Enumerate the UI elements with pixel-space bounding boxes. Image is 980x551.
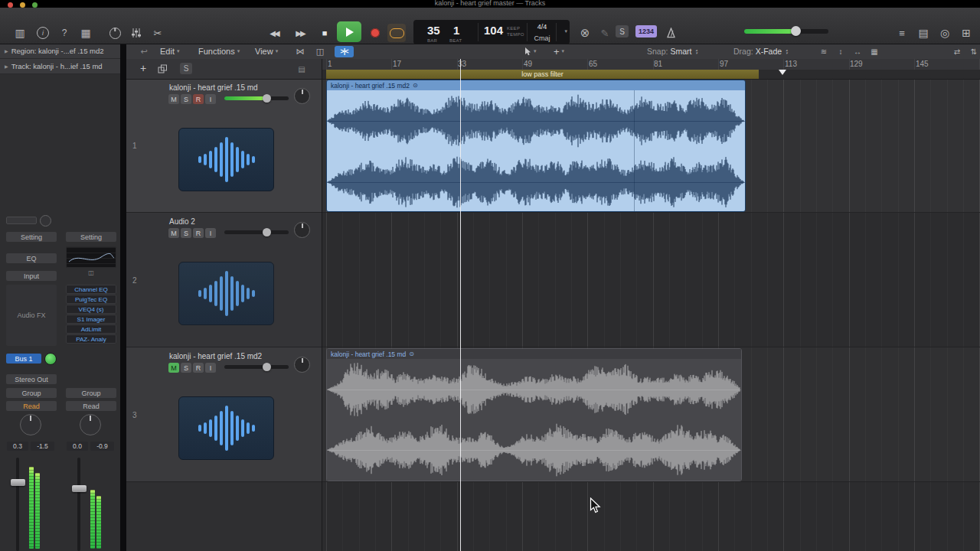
solo-button[interactable]: S — [181, 363, 191, 373]
solo-mode-button[interactable]: S — [616, 25, 629, 37]
mute-button[interactable]: M — [168, 363, 179, 373]
region-header[interactable]: kalonji - heart grief .15 md ⊙ — [327, 349, 741, 359]
master-volume-knob[interactable] — [791, 26, 801, 36]
record-enable-button[interactable]: R — [193, 228, 204, 238]
track-volume-slider[interactable] — [224, 365, 289, 369]
track-name[interactable]: kalonji - heart grief .15 md2 — [169, 352, 262, 360]
pan-value[interactable]: 0.3 — [7, 442, 28, 451]
apple-loops-button[interactable]: ◎ — [936, 24, 954, 42]
playhead-handle[interactable] — [779, 70, 786, 75]
vertical-auto-zoom-icon[interactable]: ↕ — [834, 45, 848, 57]
input-monitor-button[interactable]: I — [205, 94, 216, 104]
pointer-tool-menu[interactable]: ▾ — [524, 44, 537, 59]
send-level-knob[interactable] — [44, 353, 57, 365]
eq-thumbnail[interactable] — [66, 246, 116, 268]
lcd-chevron-icon[interactable]: ▾ — [564, 28, 567, 34]
horizontal-auto-zoom-icon[interactable]: ↔ — [851, 45, 864, 57]
mixer-button[interactable] — [127, 24, 145, 42]
list-editors-button[interactable]: ≡ — [893, 24, 911, 42]
note-pads-button[interactable]: ▤ — [914, 24, 933, 42]
track-pan-knob[interactable] — [294, 222, 310, 238]
volume-value[interactable]: -0.9 — [90, 442, 114, 451]
automation-mode-button[interactable]: Read — [6, 401, 57, 411]
record-button[interactable] — [366, 24, 384, 42]
midi-fx-slot-icon[interactable]: ◫ — [66, 269, 116, 276]
plugin-slot[interactable]: AdLimit — [66, 324, 116, 334]
stop-button[interactable]: ■ — [315, 24, 334, 42]
view-menu[interactable]: View▾ — [255, 44, 278, 59]
playhead[interactable] — [460, 59, 461, 551]
output-button[interactable]: Stereo Out — [6, 374, 57, 384]
waveform-zoom-icon[interactable]: ≋ — [817, 45, 831, 57]
play-button[interactable] — [337, 21, 361, 42]
rewind-button[interactable]: ◀◀ — [265, 24, 283, 42]
track-header[interactable]: 2 Audio 2 M S R I — [126, 213, 322, 347]
volume-fader[interactable] — [11, 479, 25, 486]
automation-mode-button[interactable]: Read — [66, 401, 116, 411]
drag-menu[interactable]: Drag: X-Fade ▴▾ — [733, 44, 788, 59]
horizontal-zoom-slider-icon[interactable]: ⇄ — [950, 45, 964, 57]
channel-setting-button[interactable]: Setting — [66, 232, 116, 242]
plugin-slot[interactable]: Channel EQ — [66, 285, 116, 294]
pan-knob[interactable] — [80, 414, 101, 435]
vertical-zoom-slider-icon[interactable]: ⇅ — [967, 45, 980, 57]
track-header[interactable]: 3 kalonji - heart grief .15 md2 M S R I — [126, 347, 322, 482]
snap-menu[interactable]: Snap: Smart ▴▾ — [647, 44, 697, 59]
plugin-slot[interactable]: PAZ- Analy — [66, 334, 116, 344]
global-solo-button[interactable]: S — [180, 63, 192, 74]
group-button[interactable]: Group — [6, 388, 57, 398]
functions-menu[interactable]: Functions▾ — [198, 44, 240, 59]
group-button[interactable]: Group — [66, 388, 116, 398]
track-volume-slider[interactable] — [224, 230, 289, 234]
count-in-button[interactable]: 1234 — [635, 25, 657, 37]
volume-fader[interactable] — [72, 485, 87, 492]
solo-button[interactable]: S — [181, 94, 191, 104]
solo-off-button[interactable]: ⊗ — [576, 24, 594, 42]
track-lane[interactable] — [322, 213, 980, 347]
audio-region-selected[interactable]: kalonji - heart grief .15 md2 ⊙ — [326, 80, 746, 212]
low-latency-button[interactable]: ✎ — [596, 24, 614, 42]
channel-input-button[interactable]: Input — [6, 271, 57, 281]
record-enable-button[interactable]: R — [193, 94, 204, 104]
volume-value[interactable]: -1.5 — [31, 442, 54, 451]
region-inspector-header[interactable]: ▶ Region: kalonji -...ef .15 md2 — [0, 44, 120, 59]
record-enable-button[interactable]: R — [193, 363, 204, 373]
plugin-slot[interactable]: VEQ4 (s) — [66, 305, 116, 314]
track-pan-knob[interactable] — [294, 357, 310, 373]
track-header[interactable]: 1 kalonji - heart grief .15 md M S R I — [126, 79, 322, 213]
master-volume-slider[interactable] — [744, 29, 828, 34]
smart-controls-button[interactable] — [106, 24, 124, 42]
mute-button[interactable]: M — [168, 228, 179, 238]
track-volume-slider[interactable] — [224, 96, 289, 100]
marquee-tool-icon[interactable]: ◫ — [313, 45, 327, 57]
input-monitor-button[interactable]: I — [205, 228, 216, 238]
audio-region-muted[interactable]: kalonji - heart grief .15 md ⊙ — [326, 348, 742, 481]
solo-button[interactable]: S — [181, 228, 191, 238]
channel-setting-button[interactable]: Setting — [6, 232, 57, 242]
channel-eq-button[interactable]: EQ — [6, 253, 57, 263]
input-monitor-button[interactable]: I — [205, 363, 216, 373]
track-inspector-header[interactable]: ▶ Track: kalonji - h...ief .15 md — [0, 59, 120, 74]
region-header[interactable]: kalonji - heart grief .15 md2 ⊙ — [327, 80, 745, 90]
library-button[interactable]: ▥ — [11, 24, 29, 42]
track-name[interactable]: kalonji - heart grief .15 md — [169, 83, 258, 92]
catch-playhead-button[interactable]: >|< — [335, 46, 354, 57]
cycle-button[interactable] — [387, 24, 406, 42]
inspector-button[interactable]: i — [34, 24, 52, 42]
quick-help-button[interactable]: ? — [55, 24, 74, 42]
pan-value[interactable]: 0.0 — [67, 442, 88, 451]
metronome-button[interactable] — [662, 24, 680, 42]
mute-button[interactable]: M — [168, 94, 179, 104]
zoom-presets-icon[interactable]: ▦ — [867, 45, 881, 57]
nudge-back-icon[interactable]: ↩ — [137, 45, 151, 57]
track-name[interactable]: Audio 2 — [169, 217, 195, 226]
forward-button[interactable]: ▶▶ — [291, 24, 309, 42]
lcd-display[interactable]: 35 1 BAR BEAT 104 KEEP TEMPO 4/4 Cmaj ▾ — [413, 20, 570, 44]
gain-knob[interactable] — [40, 215, 51, 227]
track-header-config-icon[interactable]: ▤ — [295, 63, 309, 75]
add-track-button[interactable]: + — [136, 62, 150, 74]
duplicate-track-button[interactable] — [155, 63, 169, 75]
crossfade-tool-icon[interactable]: ⋈ — [293, 45, 307, 57]
plugin-slot[interactable]: S1 Imager — [66, 315, 116, 324]
track-pan-knob[interactable] — [294, 88, 310, 104]
